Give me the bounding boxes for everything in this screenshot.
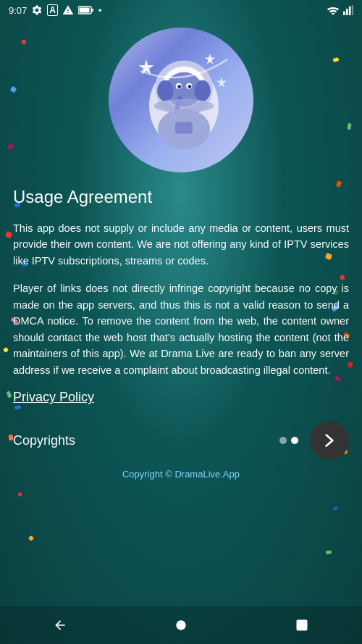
home-icon bbox=[174, 618, 188, 632]
page-title: Usage Agreement bbox=[13, 187, 349, 207]
svg-rect-21 bbox=[175, 122, 193, 133]
alert-icon bbox=[62, 4, 74, 16]
svg-rect-24 bbox=[296, 620, 307, 631]
settings-icon bbox=[31, 4, 43, 16]
logo-container bbox=[0, 28, 362, 172]
pagination-dots bbox=[279, 437, 298, 444]
wifi-icon bbox=[327, 5, 340, 15]
privacy-policy-link[interactable]: Privacy Policy bbox=[13, 390, 349, 405]
recents-icon bbox=[295, 618, 309, 632]
copyright-footer: Copyright © DramaLive.App bbox=[0, 466, 362, 482]
nav-bar bbox=[0, 606, 362, 644]
svg-rect-3 bbox=[343, 12, 345, 15]
dot-1 bbox=[279, 437, 287, 444]
svg-rect-6 bbox=[352, 5, 353, 15]
dot-2 bbox=[291, 437, 298, 444]
status-bar: 9:07 A • bbox=[0, 0, 362, 20]
app-logo bbox=[123, 42, 239, 158]
a-icon: A bbox=[47, 4, 58, 16]
back-icon bbox=[53, 618, 67, 632]
svg-point-14 bbox=[157, 80, 173, 101]
svg-rect-4 bbox=[346, 9, 348, 15]
svg-rect-1 bbox=[79, 8, 89, 13]
svg-point-18 bbox=[177, 85, 181, 88]
main-content: Usage Agreement This app does not supply… bbox=[0, 187, 362, 405]
time-display: 9:07 bbox=[9, 5, 27, 16]
svg-point-22 bbox=[153, 99, 214, 112]
back-nav-button[interactable] bbox=[47, 612, 73, 638]
svg-point-15 bbox=[194, 80, 210, 101]
svg-point-23 bbox=[176, 620, 185, 630]
logo-circle bbox=[109, 28, 253, 172]
next-button[interactable] bbox=[310, 421, 349, 460]
status-left: 9:07 A • bbox=[9, 4, 102, 16]
home-nav-button[interactable] bbox=[168, 612, 194, 638]
signal-bars-icon bbox=[343, 5, 353, 15]
status-right bbox=[327, 5, 353, 15]
copyrights-link[interactable]: Copyrights bbox=[13, 433, 279, 448]
svg-point-19 bbox=[188, 85, 192, 88]
svg-marker-8 bbox=[205, 54, 215, 64]
arrow-right-icon bbox=[320, 431, 339, 450]
svg-marker-9 bbox=[216, 77, 227, 87]
paragraph-1: This app does not supply or include any … bbox=[13, 220, 349, 269]
svg-rect-5 bbox=[349, 7, 351, 15]
bottom-row: Copyrights bbox=[0, 415, 362, 466]
signal-dot: • bbox=[98, 5, 102, 16]
recents-nav-button[interactable] bbox=[289, 612, 315, 638]
paragraph-2: Player of links does not directly infrin… bbox=[13, 280, 349, 378]
svg-rect-2 bbox=[91, 9, 93, 12]
battery-icon bbox=[78, 5, 94, 15]
copyright-text: Copyright © DramaLive.App bbox=[122, 469, 240, 480]
